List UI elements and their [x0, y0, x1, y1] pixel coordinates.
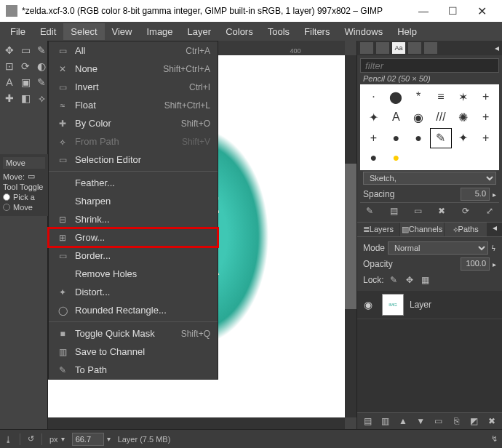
menu-colors[interactable]: Colors — [218, 23, 260, 40]
layers-dock-menu-icon[interactable]: ◂ — [487, 223, 502, 236]
close-button[interactable]: ✕ — [467, 0, 496, 22]
menuitem-selection-editor[interactable]: ▭Selection Editor — [49, 151, 218, 169]
fonts-tab-icon[interactable]: Aa — [392, 42, 405, 54]
warp-tool-icon[interactable]: ◐ — [33, 58, 49, 74]
dup-brush-icon[interactable]: ▭ — [411, 204, 424, 217]
bucket-tool-icon[interactable]: ▣ — [17, 74, 33, 90]
raise-layer-icon[interactable]: ▲ — [397, 415, 410, 428]
minimize-button[interactable]: — — [409, 0, 438, 22]
menu-help[interactable]: Help — [390, 23, 424, 40]
lower-layer-icon[interactable]: ▼ — [414, 415, 427, 428]
paths-tab[interactable]: ⟡Paths — [445, 223, 487, 236]
dup-layer-icon[interactable]: ▭ — [432, 415, 445, 428]
menu-filters[interactable]: Filters — [297, 23, 337, 40]
opacity-value[interactable]: 100.0 — [461, 257, 490, 271]
menuitem-remove-holes[interactable]: Remove Holes — [49, 265, 218, 283]
layer-mode-icon[interactable]: ▭ — [28, 172, 35, 181]
visibility-toggle-icon[interactable]: ◉ — [360, 299, 376, 311]
chevron-down-icon[interactable]: ▾ — [107, 435, 111, 443]
menuitem-rounded-rect[interactable]: ◯Rounded Rectangle... — [49, 301, 218, 319]
menuitem-to-path[interactable]: ✎To Path — [49, 361, 218, 379]
channels-tab[interactable]: ▥Channels — [400, 223, 445, 236]
status-text: Layer (7.5 MB) — [118, 435, 484, 444]
lock-alpha-icon[interactable]: ▦ — [419, 273, 432, 287]
blend-mode-select[interactable]: Normal — [388, 241, 488, 255]
brush-name-label: Pencil 02 (50 × 50) — [360, 73, 499, 84]
menuitem-invert[interactable]: ▭InvertCtrl+I — [49, 78, 218, 96]
brush-filter-input[interactable] — [360, 58, 499, 73]
menuitem-sharpen[interactable]: Sharpen — [49, 192, 218, 210]
path-tool-icon[interactable]: ⟡ — [33, 90, 49, 106]
menuitem-all[interactable]: ▭AllCtrl+A — [49, 41, 218, 60]
menu-image[interactable]: Image — [139, 23, 180, 40]
menu-select[interactable]: Select — [63, 23, 104, 40]
menuitem-shrink[interactable]: ⊟Shrink... — [49, 210, 218, 228]
eraser-tool-icon[interactable]: ◧ — [17, 90, 33, 106]
new-brush-icon[interactable]: ▤ — [387, 204, 400, 217]
mask-layer-icon[interactable]: ◩ — [467, 415, 480, 428]
delete-layer-icon[interactable]: ✖ — [485, 415, 498, 428]
merge-layer-icon[interactable]: ⎘ — [450, 415, 463, 428]
unit-select[interactable]: px — [49, 435, 58, 444]
statusbar: ⭳ ↺ px ▾ ▾ Layer (7.5 MB) ↯ — [0, 429, 502, 448]
horizontal-scrollbar[interactable] — [48, 417, 345, 429]
clone-tool-icon[interactable]: ✚ — [1, 90, 17, 106]
radio-pick[interactable] — [3, 193, 10, 201]
doc-tab-icon[interactable] — [424, 42, 437, 54]
rotate-tool-icon[interactable]: ⟳ — [17, 58, 33, 74]
refresh-brush-icon[interactable]: ⟳ — [459, 204, 472, 217]
menuitem-save-channel[interactable]: ▥Save to Channel — [49, 343, 218, 361]
menuitem-none[interactable]: ✕NoneShift+Ctrl+A — [49, 60, 218, 78]
undo-status-icon[interactable]: ↺ — [28, 434, 34, 444]
menu-edit[interactable]: Edit — [33, 23, 63, 40]
zoom-input[interactable] — [72, 433, 104, 446]
lock-pixels-icon[interactable]: ✎ — [387, 273, 400, 287]
maximize-button[interactable]: ☐ — [438, 0, 467, 22]
move-tool-icon[interactable]: ✥ — [1, 42, 17, 58]
vertical-scrollbar[interactable] — [345, 55, 356, 417]
menuitem-float[interactable]: ≈FloatShift+Ctrl+L — [49, 96, 218, 114]
brush-category-select[interactable]: Sketch, — [363, 172, 496, 185]
brush-tool-icon[interactable]: ✎ — [33, 74, 49, 90]
menu-windows[interactable]: Windows — [337, 23, 390, 40]
open-brush-icon[interactable]: ⤢ — [483, 204, 496, 217]
menuitem-by-color[interactable]: ✚By ColorShift+O — [49, 114, 218, 132]
menu-file[interactable]: File — [3, 23, 33, 40]
brushes-tab-icon[interactable] — [360, 42, 373, 54]
menuitem-grow[interactable]: ⊞Grow... — [49, 228, 218, 247]
spacing-spinner-icon[interactable]: ▸ — [493, 191, 496, 199]
chevron-down-icon[interactable]: ▾ — [61, 435, 65, 443]
menuitem-distort[interactable]: ✦Distort... — [49, 283, 218, 301]
menu-tools[interactable]: Tools — [260, 23, 297, 40]
spacing-value[interactable]: 5.0 — [461, 188, 490, 201]
tool-toggle-label: Tool Toggle — [3, 183, 45, 191]
lock-position-icon[interactable]: ✥ — [403, 273, 416, 287]
menu-layer[interactable]: Layer — [180, 23, 219, 40]
save-status-icon[interactable]: ⭳ — [4, 435, 12, 444]
crop-tool-icon[interactable]: ⊡ — [1, 58, 17, 74]
edit-brush-icon[interactable]: ✎ — [363, 204, 376, 217]
menuitem-feather[interactable]: Feather... — [49, 174, 218, 192]
dock-menu-icon[interactable]: ◂ — [495, 43, 499, 53]
opacity-spinner-icon[interactable]: ▸ — [493, 260, 496, 268]
menu-view[interactable]: View — [105, 23, 140, 40]
rect-select-tool-icon[interactable]: ▭ — [17, 42, 33, 58]
patterns-tab-icon[interactable] — [376, 42, 389, 54]
free-select-tool-icon[interactable]: ✎ — [33, 42, 49, 58]
radio-move[interactable] — [3, 204, 10, 211]
new-group-icon[interactable]: ▥ — [379, 415, 392, 428]
delete-brush-icon[interactable]: ✖ — [435, 204, 448, 217]
layer-name[interactable]: Layer — [410, 300, 431, 310]
menuitem-quick-mask[interactable]: ■Toggle Quick MaskShift+Q — [49, 324, 218, 343]
menuitem-border[interactable]: ▭Border... — [49, 247, 218, 265]
mode-switch-icon[interactable]: ϟ — [491, 244, 496, 252]
nav-icon[interactable]: ↯ — [491, 434, 498, 444]
text-tool-icon[interactable]: A — [1, 74, 17, 90]
layers-list: ◉ IMG Layer — [357, 291, 502, 412]
new-layer-icon[interactable]: ▤ — [361, 415, 374, 428]
history-tab-icon[interactable] — [408, 42, 421, 54]
select-dropdown: ▭AllCtrl+A ✕NoneShift+Ctrl+A ▭InvertCtrl… — [48, 41, 218, 380]
layers-tab[interactable]: ≣Layers — [357, 223, 400, 236]
brush-grid[interactable]: ·⬤*≡✶+ ✦A◉///✺+ +●●✎✦+ ●● — [360, 84, 499, 170]
layer-row[interactable]: ◉ IMG Layer — [357, 291, 502, 319]
